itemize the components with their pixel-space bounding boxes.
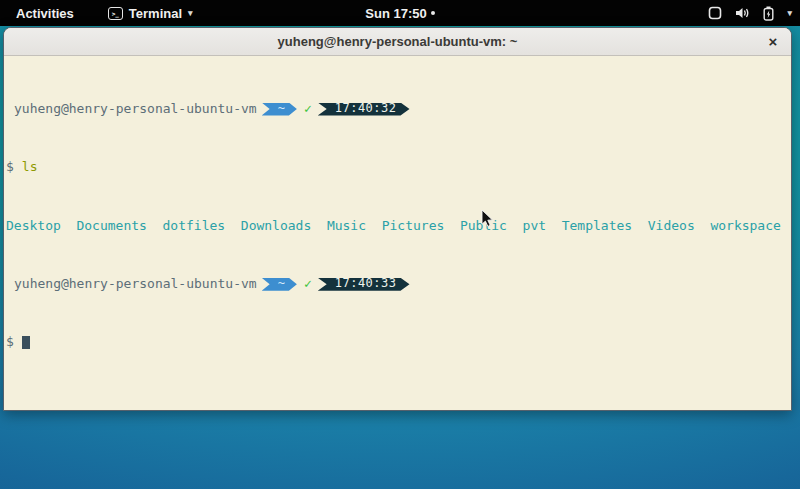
command-line: $ls: [6, 160, 791, 175]
prompt-time-segment: 17:40:32: [318, 103, 410, 116]
command-line-active[interactable]: $: [6, 335, 791, 350]
prompt-cwd-segment: ~: [262, 103, 297, 116]
prompt-line: yuheng@henry-personal-ubuntu-vm ~ ✓ 17:4…: [6, 102, 791, 117]
app-menu[interactable]: >_ Terminal ▾: [108, 6, 193, 21]
window-title: yuheng@henry-personal-ubuntu-vm: ~: [278, 34, 518, 49]
prompt-line: yuheng@henry-personal-ubuntu-vm ~ ✓ 17:4…: [6, 277, 791, 292]
prompt-symbol: $: [6, 334, 14, 349]
wired-network-icon: [708, 6, 722, 20]
clock-button[interactable]: Sun 17:50: [365, 6, 434, 21]
prompt-user-host: yuheng@henry-personal-ubuntu-vm: [6, 102, 257, 117]
status-check-icon: ✓: [304, 102, 312, 117]
mouse-pointer-icon: [481, 209, 494, 228]
prompt-user-host: yuheng@henry-personal-ubuntu-vm: [6, 277, 257, 292]
top-bar: Activities >_ Terminal ▾ Sun 17:50: [0, 0, 800, 26]
close-icon[interactable]: ×: [764, 33, 782, 51]
volume-icon: [735, 6, 750, 20]
terminal-window: yuheng@henry-personal-ubuntu-vm: ~ × yuh…: [3, 27, 792, 411]
battery-charging-icon: [763, 6, 774, 21]
activities-button[interactable]: Activities: [12, 4, 78, 23]
system-status-area[interactable]: ▾: [708, 6, 792, 21]
window-titlebar[interactable]: yuheng@henry-personal-ubuntu-vm: ~ ×: [4, 28, 791, 56]
notification-dot-icon: [431, 11, 435, 15]
terminal-icon: >_: [108, 7, 123, 20]
chevron-down-icon: ▾: [188, 9, 193, 18]
app-menu-label: Terminal: [129, 6, 182, 21]
prompt-cwd-segment: ~: [262, 278, 297, 291]
terminal-cursor: [22, 336, 30, 349]
terminal-content[interactable]: yuheng@henry-personal-ubuntu-vm ~ ✓ 17:4…: [4, 56, 791, 409]
prompt-time-segment: 17:40:33: [318, 278, 410, 291]
prompt-symbol: $: [6, 159, 14, 174]
status-check-icon: ✓: [304, 277, 312, 292]
ls-output-line: Desktop Documents dotfiles Downloads Mus…: [6, 219, 791, 234]
typed-command: ls: [14, 159, 38, 174]
system-menu-chevron-icon: ▾: [787, 9, 792, 18]
clock-label: Sun 17:50: [365, 6, 426, 21]
desktop-background: Activities >_ Terminal ▾ Sun 17:50: [0, 0, 800, 489]
